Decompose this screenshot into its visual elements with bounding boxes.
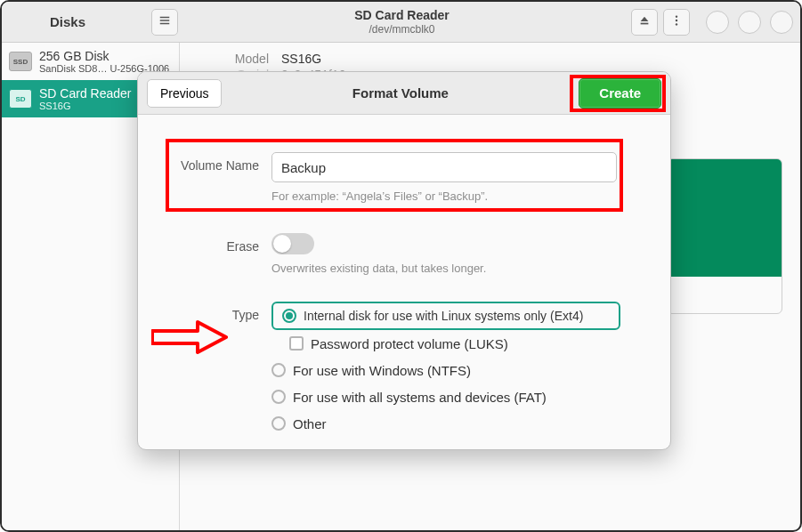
radio-icon	[271, 363, 286, 377]
erase-hint: Overwrites existing data, but takes long…	[271, 262, 652, 275]
kebab-icon	[670, 14, 683, 29]
header-bar: Disks SD Card Reader /dev/mmcblk0	[2, 2, 800, 43]
app-menu-button[interactable]	[151, 9, 178, 36]
erase-row: Erase Overwrites existing data, but take…	[156, 233, 652, 275]
eject-icon	[638, 14, 651, 29]
previous-button[interactable]: Previous	[147, 79, 222, 108]
header-device-title: SD Card Reader	[178, 8, 626, 22]
dialog-body: Volume Name For example: “Angela’s Files…	[138, 115, 670, 450]
type-option-fat[interactable]: For use with all systems and devices (FA…	[271, 383, 652, 410]
hamburger-icon	[158, 14, 171, 29]
type-option-label: For use with all systems and devices (FA…	[293, 390, 547, 405]
type-option-label: Other	[293, 416, 327, 431]
volume-name-row: Volume Name For example: “Angela’s Files…	[156, 152, 652, 203]
radio-icon	[282, 309, 296, 323]
header-device-path: /dev/mmcblk0	[178, 23, 626, 36]
svg-marker-3	[641, 17, 649, 21]
header-actions	[626, 9, 793, 36]
gnome-disks-window: Disks SD Card Reader /dev/mmcblk0	[0, 0, 802, 532]
dialog-header: Previous Format Volume Create	[138, 72, 670, 115]
header-title-block: SD Card Reader /dev/mmcblk0	[178, 8, 626, 36]
svg-point-7	[676, 23, 677, 25]
volume-name-hint: For example: “Angela’s Files” or “Backup…	[271, 189, 652, 203]
create-button[interactable]: Create	[579, 78, 661, 109]
radio-icon	[271, 390, 286, 404]
eject-button[interactable]	[631, 9, 658, 36]
svg-point-5	[676, 15, 677, 17]
svg-point-6	[676, 20, 677, 21]
volume-name-input[interactable]	[271, 152, 617, 182]
window-close-button[interactable]	[770, 11, 793, 34]
type-option-ntfs[interactable]: For use with Windows (NTFS)	[271, 357, 652, 383]
svg-rect-4	[641, 23, 649, 25]
type-option-ext4[interactable]: Internal disk for use with Linux systems…	[271, 302, 620, 330]
checkbox-icon	[289, 336, 304, 351]
drive-menu-button[interactable]	[663, 9, 690, 36]
type-option-other[interactable]: Other	[271, 410, 652, 437]
window-minimize-button[interactable]	[706, 11, 729, 34]
type-option-label: Password protect volume (LUKS)	[311, 336, 508, 351]
type-row: Type Internal disk for use with Linux sy…	[156, 302, 652, 437]
volume-name-label: Volume Name	[156, 152, 271, 173]
type-option-label: Internal disk for use with Linux systems…	[304, 309, 583, 323]
type-option-luks[interactable]: Password protect volume (LUKS)	[271, 330, 652, 357]
erase-label: Erase	[156, 233, 271, 254]
switch-knob	[273, 235, 291, 253]
type-label: Type	[156, 302, 271, 322]
radio-icon	[271, 416, 286, 431]
type-option-label: For use with Windows (NTFS)	[293, 363, 471, 378]
dialog-title: Format Volume	[231, 85, 570, 101]
format-volume-dialog: Previous Format Volume Create Volume Nam…	[137, 71, 671, 450]
erase-switch[interactable]	[271, 233, 314, 254]
window-maximize-button[interactable]	[738, 11, 761, 34]
